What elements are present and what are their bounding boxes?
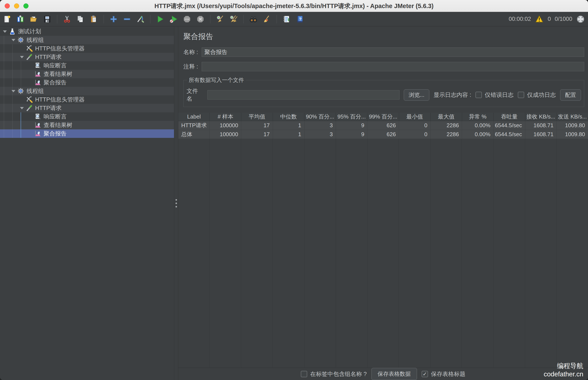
errors-only-checkbox[interactable]	[476, 92, 482, 98]
tree-item-listener[interactable]: 聚合报告	[0, 78, 174, 87]
expander-icon[interactable]	[18, 56, 26, 58]
table-cell: 9	[336, 121, 368, 130]
help-button[interactable]: ?	[295, 15, 304, 24]
table-column-header[interactable]: 95% 百分...	[336, 113, 368, 121]
table-cell: 3	[304, 121, 336, 130]
save-header-checkbox[interactable]	[422, 371, 428, 377]
panel-splitter[interactable]	[174, 26, 178, 380]
tree-item-thread-group[interactable]: 线程组	[0, 36, 174, 44]
tree-item-label: 响应断言	[44, 113, 67, 120]
errors-only-option[interactable]: 仅错误日志	[476, 91, 514, 99]
warning-icon[interactable]	[535, 15, 544, 24]
header-manager-icon	[26, 45, 33, 52]
expander-icon[interactable]	[1, 30, 9, 33]
tree-item-label: HTTP信息头管理器	[35, 45, 85, 52]
copy-button[interactable]	[76, 15, 85, 24]
search-button[interactable]	[249, 15, 258, 24]
filename-input[interactable]	[207, 90, 400, 100]
success-only-checkbox[interactable]	[518, 92, 524, 98]
main-area: 测试计划线程组HTTP信息头管理器HTTP请求响应断言查看结果树聚合报告线程组H…	[0, 26, 588, 380]
warning-count: 0	[548, 16, 551, 22]
table-column-header[interactable]: 中位数	[273, 113, 304, 121]
expander-icon[interactable]	[18, 107, 26, 109]
table-column-header[interactable]: 异常 %	[462, 113, 494, 121]
table-row[interactable]: 总体10000017139626022860.00%6544.5/sec1608…	[178, 130, 588, 139]
open-button[interactable]	[29, 15, 38, 24]
tree-item-listener[interactable]: 查看结果树	[0, 121, 174, 129]
table-cell: 100000	[210, 130, 241, 139]
table-empty-cell	[336, 139, 368, 368]
test-plan-icon	[9, 28, 16, 35]
table-column-header[interactable]: # 样本	[210, 113, 241, 121]
expander-icon[interactable]	[10, 39, 17, 41]
include-group-option[interactable]: 在标签中包含组名称 ?	[301, 370, 367, 378]
name-input[interactable]	[202, 47, 584, 57]
tree-item-header-manager[interactable]: HTTP信息头管理器	[0, 44, 174, 53]
search-reset-button[interactable]	[262, 15, 271, 24]
start-no-timers-button[interactable]	[169, 15, 178, 24]
stop-button[interactable]: STOP	[183, 15, 191, 24]
minimize-button[interactable]	[14, 3, 19, 8]
configure-button[interactable]: 配置	[560, 89, 581, 101]
table-cell: 1009.80	[557, 130, 588, 139]
function-helper-button[interactable]	[282, 15, 291, 24]
templates-button[interactable]	[16, 15, 25, 24]
table-column-header[interactable]: 接收 KB/s...	[525, 113, 557, 121]
success-only-option[interactable]: 仅成功日志	[518, 91, 556, 99]
tree-item-header-manager[interactable]: HTTP信息头管理器	[0, 95, 174, 104]
tree-item-listener[interactable]: 查看结果树	[0, 70, 174, 78]
browse-button[interactable]: 浏览...	[404, 89, 429, 101]
splitter-grip-icon	[176, 199, 177, 208]
close-button[interactable]	[5, 3, 10, 8]
listener-icon	[34, 79, 42, 86]
save-table-data-button[interactable]: 保存表格数据	[371, 368, 417, 380]
comment-input[interactable]	[202, 62, 584, 71]
tree-item-label: 查看结果树	[44, 70, 72, 78]
table-column-header[interactable]: 最大值	[431, 113, 462, 121]
write-results-legend: 所有数据写入一个文件	[187, 76, 246, 84]
table-cell: 9	[336, 130, 368, 139]
save-header-option[interactable]: 保存表格标题	[422, 370, 465, 378]
table-column-header[interactable]: 发送 KB/s...	[557, 113, 588, 121]
save-header-label: 保存表格标题	[431, 370, 465, 378]
new-button[interactable]	[2, 15, 12, 24]
table-empty-cell	[304, 139, 336, 368]
table-cell: 17	[241, 121, 273, 130]
table-empty-cell	[368, 139, 399, 368]
table-cell: 1	[273, 121, 304, 130]
tree-item-thread-group[interactable]: 线程组	[0, 87, 174, 95]
shutdown-button[interactable]	[196, 15, 205, 24]
table-column-header[interactable]: 最小值	[399, 113, 431, 121]
tree-item-label: HTTP请求	[35, 104, 62, 112]
clear-button[interactable]	[216, 15, 225, 24]
table-row[interactable]: HTTP请求10000017139626022860.00%6544.5/sec…	[178, 121, 588, 130]
toggle-edit-button[interactable]	[136, 15, 145, 24]
expander-icon[interactable]	[10, 90, 17, 92]
cut-button[interactable]	[63, 15, 72, 24]
tree-item-assertion[interactable]: 响应断言	[0, 61, 174, 70]
clear-all-button[interactable]	[229, 15, 238, 24]
include-group-checkbox[interactable]	[301, 371, 307, 377]
table-column-header[interactable]: 90% 百分...	[304, 113, 336, 121]
zoom-in-button[interactable]	[109, 15, 118, 24]
table-empty-cell	[399, 139, 430, 368]
table-column-header[interactable]: 99% 百分...	[368, 113, 399, 121]
maximize-button[interactable]	[23, 3, 29, 8]
tree-item-test-plan[interactable]: 测试计划	[0, 27, 174, 36]
assertion-icon	[34, 62, 42, 69]
toolbar: STOP? 00:00:02 0 0/1000	[0, 12, 588, 26]
start-button[interactable]	[156, 15, 165, 24]
save-button[interactable]	[43, 15, 52, 24]
comment-label: 注释 :	[183, 63, 202, 70]
tree-item-http-request[interactable]: HTTP请求	[0, 53, 174, 61]
table-column-header[interactable]: 平均值	[241, 113, 273, 121]
watermark: 编程导航 codefather.cn	[544, 362, 583, 378]
table-header-row: Label# 样本平均值中位数90% 百分...95% 百分...99% 百分.…	[178, 113, 588, 121]
tree-item-http-request[interactable]: HTTP请求	[0, 104, 174, 112]
paste-button[interactable]	[89, 15, 98, 24]
table-column-header[interactable]: Label	[178, 113, 210, 121]
zoom-out-button[interactable]	[123, 15, 131, 24]
tree-item-listener[interactable]: 聚合报告	[0, 129, 174, 138]
table-column-header[interactable]: 吞吐量	[494, 113, 525, 121]
tree-item-assertion[interactable]: 响应断言	[0, 112, 174, 121]
